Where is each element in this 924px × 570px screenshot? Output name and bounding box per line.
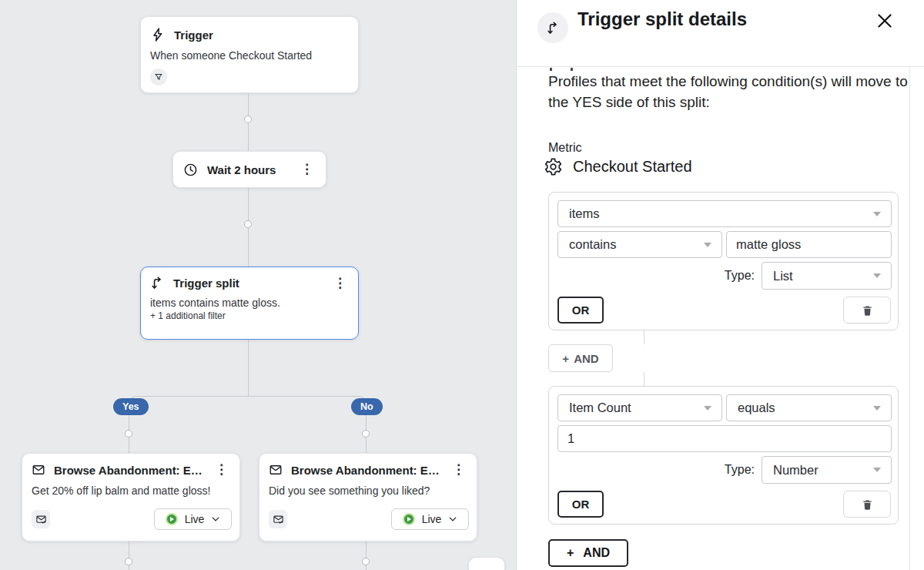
wait-node[interactable]: Wait 2 hours ⋮ <box>172 151 326 188</box>
envelope-check-icon <box>35 514 47 525</box>
connector-dot[interactable] <box>125 558 132 565</box>
chevron-down-icon <box>448 515 457 524</box>
no-branch-label: No <box>351 398 383 415</box>
and-label: AND <box>583 546 610 560</box>
field-select-value: Item Count <box>569 401 631 415</box>
envelope-check-icon <box>273 514 284 525</box>
kebab-menu-icon[interactable]: ⋮ <box>450 464 467 476</box>
clock-icon <box>183 163 198 177</box>
select-caret-icon <box>873 212 881 216</box>
metric-label: Metric <box>548 141 582 155</box>
trash-icon <box>862 304 873 317</box>
branch-connector <box>129 396 367 453</box>
email-node-title: Browse Abandonment: Email... <box>291 464 441 477</box>
trigger-split-extra-filter: + 1 additional filter <box>150 310 349 321</box>
operator-select-value: contains <box>569 237 616 252</box>
close-panel-button[interactable] <box>872 8 897 33</box>
field-select[interactable]: items <box>557 200 892 227</box>
live-status-label: Live <box>422 513 442 525</box>
trash-icon <box>862 498 873 511</box>
type-label: Type: <box>665 262 755 290</box>
kebab-menu-icon[interactable]: ⋮ <box>298 163 316 176</box>
field-select[interactable]: Item Count <box>557 394 722 421</box>
select-caret-icon <box>873 468 881 472</box>
live-status-dropdown[interactable]: Live <box>391 508 469 530</box>
panel-icon-circle <box>537 12 568 43</box>
metric-row[interactable]: Checkout Started <box>544 157 692 176</box>
type-label: Type: <box>665 456 755 484</box>
connector-dot[interactable] <box>362 558 370 565</box>
or-button[interactable]: OR <box>557 297 604 324</box>
plus-icon: + <box>567 546 574 560</box>
operator-select[interactable]: contains <box>557 231 722 258</box>
trigger-split-summary: items contains matte gloss. <box>150 297 349 309</box>
condition-value-input[interactable] <box>726 231 892 258</box>
delete-condition-button[interactable] <box>843 297 891 324</box>
field-select-value: items <box>569 206 599 221</box>
connector-line <box>366 542 367 570</box>
email-node-no[interactable]: Browse Abandonment: Email... ⋮ Did you s… <box>259 453 477 542</box>
and-label: AND <box>574 352 599 365</box>
canvas-floating-control[interactable] <box>468 557 505 570</box>
flow-builder: Yes No Trigger When someone Checkout Sta… <box>0 0 924 570</box>
type-select[interactable]: Number <box>762 456 892 484</box>
trigger-split-node[interactable]: Trigger split ⋮ items contains matte glo… <box>140 267 359 340</box>
email-node-yes[interactable]: Browse Abandonment: Email... ⋮ Get 20% o… <box>22 453 240 542</box>
funnel-icon <box>154 72 163 82</box>
chevron-down-icon <box>211 515 220 524</box>
panel-title: Trigger split details <box>578 8 747 30</box>
select-caret-icon <box>873 406 881 411</box>
email-status-badge <box>32 510 50 528</box>
trigger-node-description: When someone Checkout Started <box>150 49 349 62</box>
condition-card-1: items contains Type: List OR <box>548 192 899 330</box>
select-caret-icon <box>873 273 881 278</box>
kebab-menu-icon[interactable]: ⋮ <box>213 464 230 476</box>
kebab-menu-icon[interactable]: ⋮ <box>331 277 349 290</box>
trigger-node-title: Trigger <box>174 28 349 42</box>
trigger-split-node-title: Trigger split <box>173 277 323 290</box>
live-play-icon <box>166 513 178 525</box>
connector-dot[interactable] <box>125 430 132 438</box>
trigger-filter-badge <box>150 69 167 86</box>
connector-dot[interactable] <box>362 430 370 438</box>
flow-canvas[interactable]: Yes No Trigger When someone Checkout Sta… <box>0 0 516 570</box>
condition-connector <box>644 372 644 386</box>
trigger-split-icon <box>150 276 165 290</box>
condition-value-input[interactable] <box>557 425 892 452</box>
select-caret-icon <box>704 406 711 411</box>
delete-condition-button[interactable] <box>843 491 891 518</box>
condition-card-2: Item Count equals Type: Number OR <box>548 386 899 525</box>
connector-line <box>129 542 129 570</box>
metric-value: Checkout Started <box>573 158 692 176</box>
email-preview-text: Did you see something you liked? <box>269 484 467 497</box>
lightning-bolt-icon <box>150 27 166 42</box>
split-description: Profiles that meet the following conditi… <box>548 71 912 112</box>
live-status-dropdown[interactable]: Live <box>154 508 232 530</box>
connector-dot[interactable] <box>244 220 252 228</box>
email-node-title: Browse Abandonment: Email... <box>54 464 204 477</box>
and-connector-button[interactable]: + AND <box>548 344 613 372</box>
connector-dot[interactable] <box>244 116 252 123</box>
panel-scroll-edge[interactable] <box>909 67 910 570</box>
envelope-icon <box>32 463 45 477</box>
wait-node-label: Wait 2 hours <box>207 163 298 176</box>
or-button[interactable]: OR <box>557 491 604 518</box>
add-and-condition-button[interactable]: + AND <box>548 539 628 567</box>
email-status-badge <box>269 510 287 528</box>
type-select-value: Number <box>773 463 819 478</box>
plus-icon: + <box>562 352 569 365</box>
trigger-node[interactable]: Trigger When someone Checkout Started <box>140 16 359 93</box>
gear-icon <box>544 157 563 176</box>
type-select-value: List <box>773 269 793 283</box>
condition-connector <box>644 330 644 344</box>
live-status-label: Live <box>185 513 205 525</box>
operator-select[interactable]: equals <box>726 394 892 421</box>
email-preview-text: Get 20% off lip balm and matte gloss! <box>32 484 230 497</box>
live-play-icon <box>403 513 415 525</box>
trigger-split-details-panel: Trigger split details Profiles that meet… <box>516 0 924 570</box>
operator-select-value: equals <box>738 401 775 415</box>
yes-branch-label: Yes <box>113 398 149 415</box>
connector-line <box>248 340 249 397</box>
type-select[interactable]: List <box>762 262 892 290</box>
select-caret-icon <box>704 243 711 247</box>
